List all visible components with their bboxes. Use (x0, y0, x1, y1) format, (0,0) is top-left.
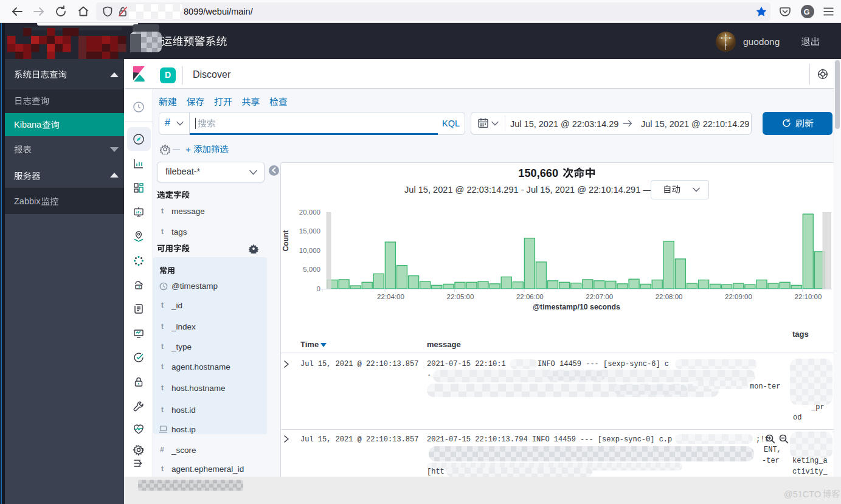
svg-text:22:08:00: 22:08:00 (656, 293, 683, 300)
svg-text:22:10:00: 22:10:00 (795, 293, 822, 300)
svg-text:0: 0 (317, 285, 320, 292)
svg-text:Count: Count (282, 230, 290, 252)
svg-text:22:04:00: 22:04:00 (377, 293, 404, 300)
svg-text:10,000: 10,000 (299, 247, 320, 254)
svg-text:22:09:00: 22:09:00 (725, 293, 752, 300)
svg-text:22:07:00: 22:07:00 (586, 293, 613, 300)
svg-text:22:06:00: 22:06:00 (516, 293, 544, 300)
svg-text:5,000: 5,000 (303, 266, 320, 273)
svg-text:@timestamp/10 seconds: @timestamp/10 seconds (533, 303, 620, 311)
svg-text:20,000: 20,000 (299, 209, 320, 216)
svg-text:15,000: 15,000 (299, 227, 320, 235)
svg-text:22:05:00: 22:05:00 (447, 293, 474, 300)
